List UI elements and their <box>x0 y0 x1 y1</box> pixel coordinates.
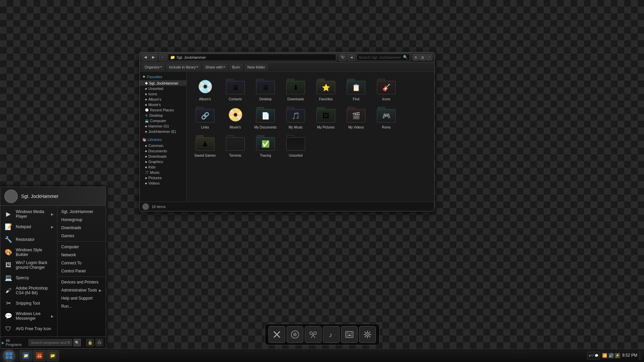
start-item-label-1: Notepad <box>16 224 31 229</box>
nav-item-desktop[interactable]: 🖥 Desktop <box>140 113 186 118</box>
nav-item-pictures-lib[interactable]: ◆ Pictures <box>140 175 186 180</box>
nav-item-movies[interactable]: ◆ Movie's <box>140 102 186 107</box>
power-button[interactable]: ⏻ <box>96 339 103 346</box>
search-bar[interactable]: Search Sgt. JockHammer 🔍 <box>356 54 410 61</box>
start-right-item-10[interactable]: Help and Support <box>57 294 106 302</box>
start-right-item-0[interactable]: Sgt. JockHammer <box>57 208 106 216</box>
start-right-item-4[interactable]: Computer <box>57 243 106 251</box>
view-button[interactable]: ⊞ <box>413 54 419 60</box>
search-submit-btn[interactable]: 🔍 <box>73 339 81 346</box>
file-icon-12[interactable]: 🎬 My Videos <box>341 103 371 132</box>
start-left-item-4[interactable]: 🖼 Win7 Logon Back ground Changer <box>0 259 57 271</box>
forward-button[interactable]: ▶ <box>150 54 157 61</box>
file-icon-14[interactable]: ♟ Saved Games <box>190 132 220 160</box>
tray-expand-btn[interactable]: ◂ 🛡 💬 <box>587 352 600 360</box>
nav-item-jockhammere[interactable]: ◆ JockHammer (E) <box>140 129 186 134</box>
nav-item-hammerg[interactable]: ◆ Hammer (G) <box>140 123 186 129</box>
file-icon-16[interactable]: ✅ Tracing <box>250 132 281 160</box>
organize-button[interactable]: Organize ▾ <box>142 63 165 71</box>
up-button[interactable]: ↑ <box>159 54 166 61</box>
view-button2[interactable]: ▤ <box>419 54 426 60</box>
nav-item-albums[interactable]: ◆ Album's <box>140 97 186 102</box>
file-icon-8[interactable]: 📀 Movie's <box>220 103 250 132</box>
dock-x-button[interactable] <box>268 326 285 343</box>
taskbar-item-explorer[interactable]: 📁 <box>19 350 32 361</box>
nav-item-documents[interactable]: ◆ Documents <box>140 148 186 154</box>
show-desktop-btn[interactable] <box>639 351 641 361</box>
file-icon-1[interactable]: 🖥 Contacts <box>220 75 250 103</box>
file-icon-5[interactable]: 📋 Find <box>341 75 371 103</box>
start-right-item-2[interactable]: Downloads <box>57 224 106 232</box>
back-button[interactable]: ◀ <box>142 54 149 61</box>
dock-media-button[interactable] <box>287 326 303 343</box>
nav-item-videos-lib[interactable]: ◆ Videos <box>140 180 186 186</box>
file-icon-7[interactable]: 🔗 Links <box>190 103 220 132</box>
taskbar-item-firefox[interactable]: 🦊 <box>33 350 46 361</box>
nav-item-downloads-lib[interactable]: ◆ Downloads <box>140 154 186 159</box>
dock-video-button[interactable] <box>341 326 358 343</box>
start-left-item-8[interactable]: 💬 Windows Live Messenger ▶ <box>0 310 57 322</box>
start-right-item-11[interactable]: Run... <box>57 302 106 310</box>
share-with-button[interactable]: Share with ▾ <box>202 63 228 71</box>
start-left-item-6[interactable]: 🖌 Adobe Photoshop CS4 (64 Bit) <box>0 284 57 297</box>
start-right-item-1[interactable]: Homegroup <box>57 216 106 224</box>
nav-item-kids[interactable]: ◆ Kids <box>140 164 186 170</box>
file-icon-4[interactable]: ⭐ Favorites <box>311 75 341 103</box>
favorites-section[interactable]: ★ Favorites <box>140 73 186 80</box>
file-icon-6[interactable]: 🎸 Icons <box>371 75 401 103</box>
file-icon-10[interactable]: 🎵 My Music <box>281 103 311 132</box>
file-icon-11[interactable]: 🖼 My Pictures <box>311 103 341 132</box>
file-icon-9[interactable]: 📄 My Documents <box>250 103 281 132</box>
start-button[interactable] <box>0 349 18 362</box>
refresh-button[interactable]: ↻ <box>339 54 346 61</box>
nav-item-sgt[interactable]: ◆ Sgt. JockHammer <box>140 80 186 86</box>
include-library-button[interactable]: Include in library ▾ <box>166 63 201 71</box>
network-tray-icon[interactable]: 📶 <box>602 353 607 358</box>
search-input[interactable] <box>29 339 72 346</box>
system-clock[interactable]: 8:52 PM <box>622 353 637 358</box>
start-right-item-6[interactable]: Connect To <box>57 259 106 267</box>
address-bar[interactable]: 📁 Sgt. JockHammer <box>168 54 336 61</box>
start-left-item-2[interactable]: 🔧 Restorator <box>0 233 57 246</box>
taskbar-item-folder[interactable]: 📂 <box>46 350 59 361</box>
folder-shape-9: 📄 <box>256 107 275 122</box>
file-icon-15[interactable]: Torrents <box>220 132 250 160</box>
volume-tray-icon[interactable]: 🔊 <box>608 353 614 358</box>
x-icon <box>272 330 282 339</box>
all-programs-btn[interactable]: ▶ All Programs <box>0 337 26 348</box>
file-icon-3[interactable]: ⬇ Downloads <box>281 75 311 103</box>
start-right-item-5[interactable]: Network <box>57 251 106 259</box>
dock-settings-button[interactable] <box>359 326 376 343</box>
start-right-item-3[interactable]: Games <box>57 232 106 240</box>
battery-tray-icon[interactable]: ⚡ <box>615 353 620 358</box>
nav-item-common[interactable]: ◆ Common <box>140 143 186 148</box>
nav-item-unsorted[interactable]: ◆ Unsorted <box>140 86 186 91</box>
start-right-item-8[interactable]: Devices and Printers <box>57 278 106 286</box>
nav-item-computer[interactable]: 💻 Computer <box>140 118 186 123</box>
start-left-item-0[interactable]: ▶ Windows Media Player ▶ <box>0 208 57 220</box>
help-button[interactable]: ? <box>426 54 432 60</box>
dock-music-button[interactable]: ♪ <box>323 326 340 343</box>
start-left-item-5[interactable]: 💻 Speccy <box>0 271 57 284</box>
start-left-item-9[interactable]: 🛡 AVG Free Tray Icon <box>0 322 57 335</box>
lock-button[interactable]: 🔒 <box>86 339 94 346</box>
dock-tools-button[interactable] <box>305 326 321 343</box>
start-left-item-7[interactable]: ✂ Snipping Tool <box>0 297 57 310</box>
start-right-item-7[interactable]: Control Panel <box>57 267 106 275</box>
nav-item-icons[interactable]: ◆ Icons <box>140 91 186 97</box>
burn-button[interactable]: Burn <box>229 63 243 71</box>
start-left-item-3[interactable]: 🎨 Windows Style Builder <box>0 246 57 259</box>
nav-item-recent[interactable]: 🕐 Recent Places <box>140 107 186 113</box>
taskbar: 📁 🦊 📂 ◂ 🛡 💬 📶 🔊 ⚡ 8:52 PM <box>0 349 644 362</box>
nav-item-music-lib[interactable]: 🎵 Music <box>140 170 186 175</box>
libraries-section[interactable]: 📚 Libraries <box>140 136 186 143</box>
file-icon-2[interactable]: 🖥 Desktop <box>250 75 281 103</box>
nav-item-graphics[interactable]: ◆ Graphics <box>140 159 186 164</box>
search-options-button[interactable]: ◂ <box>348 54 355 61</box>
start-left-item-1[interactable]: 📝 Notepad ▶ <box>0 220 57 233</box>
file-icon-17[interactable]: Unsorted <box>281 132 311 160</box>
start-right-item-9[interactable]: Administrative Tools ▶ <box>57 286 106 294</box>
new-folder-button[interactable]: New folder <box>244 63 268 71</box>
file-icon-0[interactable]: 💿 Album's <box>190 75 220 103</box>
file-icon-13[interactable]: 🎮 Roms <box>371 103 401 132</box>
